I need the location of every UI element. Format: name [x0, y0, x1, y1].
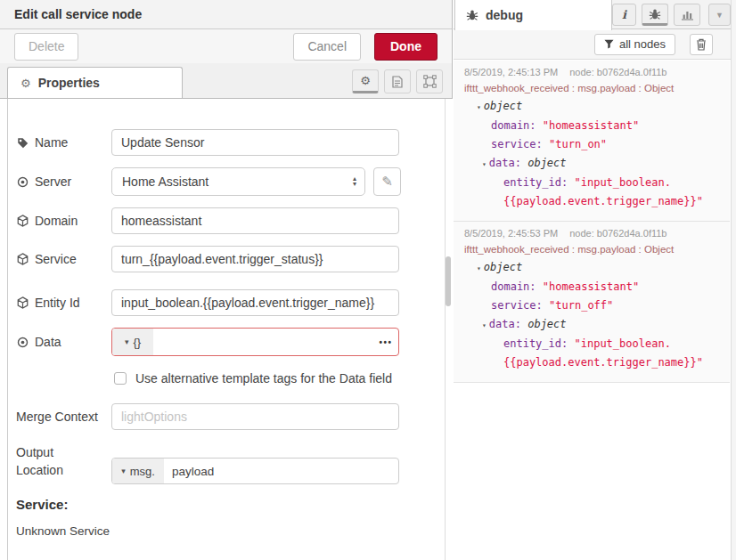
caret-down-icon: ▾ — [125, 337, 129, 346]
sidebar-scrollbar-track[interactable] — [731, 0, 736, 560]
filter-button[interactable]: all nodes — [594, 34, 675, 55]
alt-tags-row: Use alternative template tags for the Da… — [114, 371, 392, 386]
entity-id-row: Entity Id — [16, 289, 399, 316]
domain-input[interactable] — [111, 207, 399, 234]
node-red-app: Edit call service node Delete Cancel Don… — [0, 0, 736, 560]
tray-toolbar: Delete Cancel Done — [0, 29, 452, 63]
bug-icon — [466, 9, 478, 21]
cube-icon — [16, 253, 29, 265]
object-type: object — [484, 100, 522, 112]
data-expand-button[interactable]: ••• — [373, 329, 398, 355]
sidebar-header: debug i ▼ — [454, 0, 736, 29]
edit-server-button[interactable]: ✎ — [373, 167, 401, 196]
data-type-token: {} — [133, 336, 141, 349]
tray-header: Edit call service node — [0, 0, 452, 29]
alt-tags-checkbox[interactable] — [114, 372, 127, 385]
tab-properties[interactable]: ⚙ Properties — [7, 67, 183, 98]
merge-context-input[interactable] — [111, 403, 399, 430]
bar-chart-icon — [681, 9, 694, 20]
server-select-value: Home Assistant — [122, 174, 209, 189]
edit-form: Name Server Home Assistant ▴▾ ✎ — [0, 99, 453, 560]
bug-icon — [649, 8, 661, 20]
collapse-caret-icon[interactable]: ▾ — [482, 321, 487, 329]
debug-message-meta: 8/5/2019, 2:45:53 PM node: b0762d4a.0f11… — [464, 228, 723, 239]
funnel-icon — [604, 39, 614, 49]
service-label: Service — [16, 252, 111, 266]
service-info-heading: Service: — [16, 497, 68, 512]
merge-context-label: Merge Context — [16, 410, 111, 424]
content-right-border — [445, 99, 446, 560]
collapse-caret-icon[interactable]: ▾ — [482, 160, 487, 168]
server-label: Server — [16, 174, 111, 189]
data-row: Data ▾ {} ••• — [16, 328, 399, 356]
edit-description-button[interactable] — [384, 69, 411, 93]
server-select[interactable]: Home Assistant ▴▾ — [111, 167, 365, 196]
debug-object-tree: ▾object domain: "homeassistant" service:… — [464, 258, 723, 372]
server-row: Server Home Assistant ▴▾ ✎ — [16, 167, 401, 196]
debug-message-node-id: node: b0762d4a.0f11b — [569, 228, 666, 239]
select-arrows-icon: ▴▾ — [353, 176, 356, 187]
cube-icon — [16, 215, 29, 227]
edit-properties-button[interactable]: ⚙ — [352, 69, 379, 93]
tray-scrollbar-thumb[interactable] — [446, 256, 451, 306]
debug-message-timestamp: 8/5/2019, 2:45:13 PM — [464, 67, 558, 77]
name-input[interactable] — [111, 129, 399, 156]
domain-label: Domain — [16, 214, 111, 228]
tab-debug[interactable]: debug — [454, 0, 612, 30]
debug-tab-button[interactable] — [642, 4, 668, 26]
output-type-token: msg. — [130, 465, 155, 478]
dot-circle-icon — [16, 337, 29, 348]
editor-mode-buttons: ⚙ — [352, 69, 443, 93]
data-label: Data — [16, 335, 111, 349]
trash-icon — [696, 38, 707, 51]
debug-object-tree: ▾object domain: "homeassistant" service:… — [464, 97, 723, 211]
dot-circle-icon — [16, 176, 29, 188]
collapse-caret-icon[interactable]: ▾ — [477, 103, 481, 111]
sidebar-tool-buttons: i ▼ — [612, 4, 731, 26]
service-input[interactable] — [111, 246, 399, 272]
alt-tags-label: Use alternative template tags for the Da… — [135, 371, 392, 386]
data-type-button[interactable]: ▾ {} — [112, 329, 153, 355]
dashboard-tab-button[interactable] — [674, 4, 700, 26]
tray-title: Edit call service node — [14, 7, 142, 21]
service-row: Service — [16, 246, 399, 272]
content-left-border — [7, 99, 8, 560]
cube-icon — [16, 296, 29, 309]
debug-message: 8/5/2019, 2:45:13 PM node: b0762d4a.0f11… — [454, 61, 730, 222]
debug-message-topic: ifttt_webhook_received : msg.payload : O… — [464, 83, 723, 93]
debug-message: 8/5/2019, 2:45:53 PM node: b0762d4a.0f11… — [454, 222, 730, 383]
tab-debug-label: debug — [486, 8, 523, 22]
output-location-label: Output Location — [16, 443, 63, 479]
output-location-input[interactable] — [164, 459, 398, 483]
service-info-status: Unknown Service — [16, 524, 110, 538]
cancel-button[interactable]: Cancel — [293, 33, 361, 61]
clear-messages-button[interactable] — [690, 34, 713, 55]
domain-row: Domain — [16, 207, 399, 234]
output-location-typedinput: ▾ msg. — [111, 458, 399, 484]
edit-appearance-button[interactable] — [416, 69, 443, 93]
collapse-caret-icon[interactable]: ▾ — [477, 264, 481, 272]
filter-button-label: all nodes — [619, 37, 666, 51]
info-tab-button[interactable]: i — [612, 4, 636, 26]
tab-properties-label: Properties — [38, 76, 100, 90]
debug-message-list: 8/5/2019, 2:45:13 PM node: b0762d4a.0f11… — [454, 61, 730, 560]
appearance-frame-icon — [423, 75, 437, 88]
sidebar-menu-button[interactable]: ▼ — [708, 4, 731, 26]
caret-down-icon: ▾ — [121, 467, 126, 475]
edit-tray: Edit call service node Delete Cancel Don… — [0, 0, 453, 560]
name-label: Name — [16, 135, 111, 150]
merge-context-row: Merge Context — [16, 403, 399, 430]
pencil-icon: ✎ — [381, 174, 393, 190]
entity-id-input[interactable] — [111, 289, 399, 316]
data-input[interactable] — [153, 329, 373, 355]
debug-filter-row: all nodes — [454, 29, 736, 60]
entity-id-label: Entity Id — [16, 296, 111, 310]
info-icon: i — [622, 8, 626, 21]
debug-message-timestamp: 8/5/2019, 2:45:53 PM — [464, 228, 558, 239]
delete-button[interactable]: Delete — [14, 33, 78, 61]
output-type-button[interactable]: ▾ msg. — [112, 459, 164, 483]
debug-message-meta: 8/5/2019, 2:45:13 PM node: b0762d4a.0f11… — [464, 67, 723, 77]
tag-icon — [16, 137, 29, 149]
done-button[interactable]: Done — [374, 33, 438, 61]
editor-tab-bar: ⚙ Properties ⚙ — [0, 63, 452, 99]
